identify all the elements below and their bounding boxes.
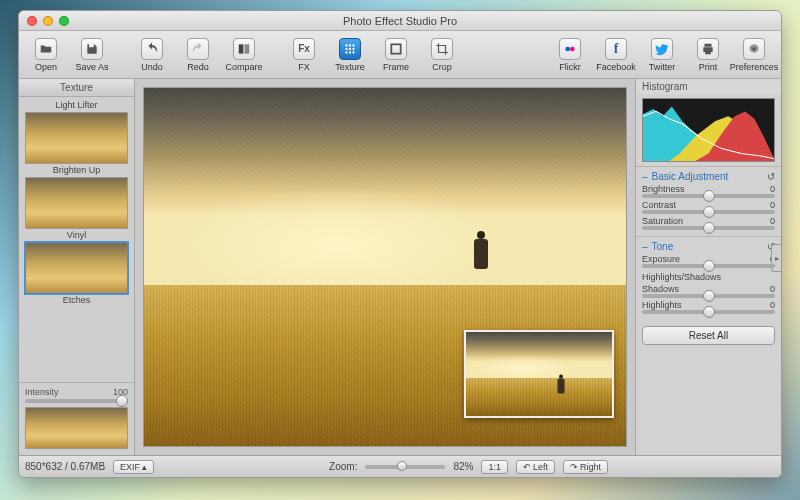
intensity-slider[interactable]: [25, 399, 128, 403]
open-button[interactable]: Open: [25, 34, 67, 76]
toolbar: Open Save As Undo Redo Compare Fx FX Tex…: [19, 31, 781, 79]
texture-list[interactable]: Light Lifter Brighten Up Vinyl Etches: [19, 97, 134, 382]
svg-point-4: [352, 44, 354, 46]
svg-point-10: [352, 51, 354, 53]
facebook-button[interactable]: f Facebook: [595, 34, 637, 76]
zoom-1to1-button[interactable]: 1:1: [481, 460, 508, 474]
svg-point-7: [352, 47, 354, 49]
canvas-area: ▸: [135, 79, 635, 455]
svg-point-6: [349, 47, 351, 49]
histogram: [642, 98, 775, 162]
intensity-control: Intensity 100: [19, 382, 134, 405]
svg-point-5: [345, 47, 347, 49]
texture-item-next[interactable]: [25, 407, 128, 449]
intensity-label: Intensity: [25, 387, 59, 397]
titlebar: Photo Effect Studio Pro: [19, 11, 781, 31]
twitter-button[interactable]: Twitter: [641, 34, 683, 76]
twitter-icon: [651, 38, 673, 60]
redo-icon: [187, 38, 209, 60]
reset-icon[interactable]: ↺: [767, 171, 775, 182]
rotate-left-button[interactable]: ↶ Left: [516, 460, 555, 474]
histogram-title: Histogram: [636, 79, 781, 94]
frame-icon: [385, 38, 407, 60]
thumbnail-icon: [25, 242, 128, 294]
shadows-slider[interactable]: [642, 294, 775, 298]
image-dimensions: 850*632 / 0.67MB: [25, 461, 105, 472]
undo-icon: [141, 38, 163, 60]
fx-button[interactable]: Fx FX: [283, 34, 325, 76]
contrast-slider[interactable]: [642, 210, 775, 214]
tone-group: –Tone↺ Exposure0 Highlights/Shadows Shad…: [636, 236, 781, 320]
preferences-button[interactable]: Preferences: [733, 34, 775, 76]
svg-point-12: [565, 46, 570, 51]
svg-rect-11: [391, 44, 400, 53]
exif-button[interactable]: EXIF ▴: [113, 460, 154, 474]
gear-icon: [743, 38, 765, 60]
zoom-value: 82%: [453, 461, 473, 472]
crop-icon: [431, 38, 453, 60]
fx-icon: Fx: [293, 38, 315, 60]
texture-sidebar: Texture Light Lifter Brighten Up Vinyl E…: [19, 79, 135, 455]
image-canvas[interactable]: [143, 87, 627, 447]
window-title: Photo Effect Studio Pro: [19, 15, 781, 27]
sidebar-title: Texture: [19, 79, 134, 97]
compare-button[interactable]: Compare: [223, 34, 265, 76]
texture-button[interactable]: Texture: [329, 34, 371, 76]
facebook-icon: f: [605, 38, 627, 60]
thumbnail-icon: [25, 177, 128, 229]
redo-button[interactable]: Redo: [177, 34, 219, 76]
crop-button[interactable]: Crop: [421, 34, 463, 76]
texture-icon: [339, 38, 361, 60]
folder-open-icon: [35, 38, 57, 60]
brightness-slider[interactable]: [642, 194, 775, 198]
zoom-label: Zoom:: [329, 461, 357, 472]
undo-button[interactable]: Undo: [131, 34, 173, 76]
preview-inset[interactable]: [464, 330, 614, 418]
svg-point-2: [345, 44, 347, 46]
svg-point-8: [345, 51, 347, 53]
texture-item-light-lifter[interactable]: Light Lifter: [25, 100, 128, 110]
statusbar: 850*632 / 0.67MB EXIF ▴ Zoom: 82% 1:1 ↶ …: [19, 455, 781, 477]
svg-rect-0: [239, 44, 244, 53]
thumbnail-icon: [25, 407, 128, 449]
texture-item-vinyl[interactable]: Vinyl: [25, 177, 128, 240]
texture-item-etches[interactable]: Etches: [25, 242, 128, 305]
thumbnail-icon: [25, 112, 128, 164]
exposure-slider[interactable]: [642, 264, 775, 268]
print-icon: [697, 38, 719, 60]
saturation-slider[interactable]: [642, 226, 775, 230]
svg-rect-1: [245, 44, 250, 53]
saveas-button[interactable]: Save As: [71, 34, 113, 76]
svg-point-9: [349, 51, 351, 53]
rotate-right-button[interactable]: ↷ Right: [563, 460, 608, 474]
print-button[interactable]: Print: [687, 34, 729, 76]
app-window: Photo Effect Studio Pro Open Save As Und…: [18, 10, 782, 478]
zoom-slider[interactable]: [365, 465, 445, 469]
frame-button[interactable]: Frame: [375, 34, 417, 76]
flickr-icon: [559, 38, 581, 60]
svg-point-3: [349, 44, 351, 46]
compare-icon: [233, 38, 255, 60]
basic-adjustment-group: –Basic Adjustment↺ Brightness0 Contrast0…: [636, 166, 781, 236]
reset-all-button[interactable]: Reset All: [642, 326, 775, 345]
adjustments-panel: Histogram –Basic Adjustment↺ Brightness0…: [635, 79, 781, 455]
svg-point-13: [570, 46, 575, 51]
save-icon: [81, 38, 103, 60]
highlights-slider[interactable]: [642, 310, 775, 314]
texture-item-brighten-up[interactable]: Brighten Up: [25, 112, 128, 175]
flickr-button[interactable]: Flickr: [549, 34, 591, 76]
